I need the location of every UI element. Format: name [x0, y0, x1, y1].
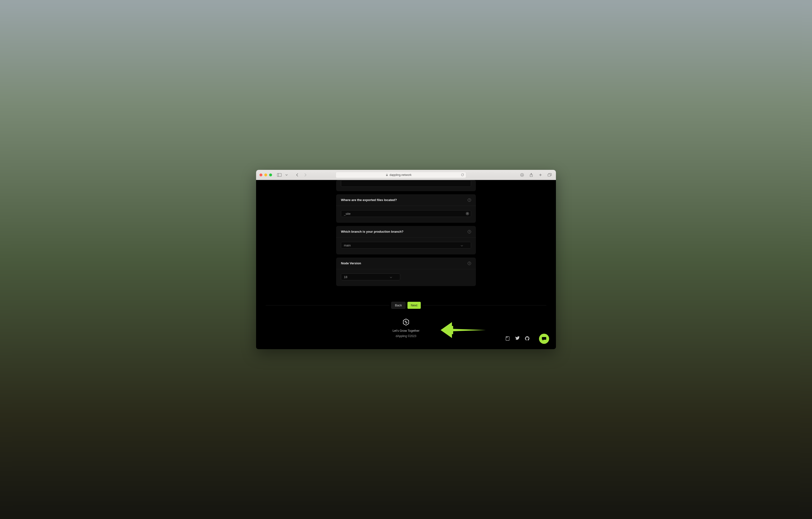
window-controls: [259, 174, 272, 176]
card-partial-top: [336, 180, 476, 191]
footer-copyright: dAppling ©2023: [396, 334, 416, 338]
card-header-exported: Where are the exported files located? ?: [336, 194, 476, 206]
card-title-branch: Which branch is your production branch?: [341, 230, 404, 234]
sidebar-toggle-icon[interactable]: [277, 172, 282, 178]
back-nav-button[interactable]: [294, 172, 300, 178]
next-button[interactable]: Next: [407, 302, 421, 309]
tabs-icon[interactable]: [547, 172, 553, 178]
card-exported-files: Where are the exported files located? ? …: [336, 194, 476, 223]
browser-chrome: dappling.network: [256, 170, 556, 180]
browser-window: dappling.network: [256, 170, 556, 349]
help-icon[interactable]: ?: [468, 262, 471, 265]
sidebar-controls: [277, 172, 289, 178]
branch-select[interactable]: main: [341, 242, 471, 249]
footer: Let's Grow Together dAppling ©2023: [256, 318, 556, 343]
card-production-branch: Which branch is your production branch? …: [336, 226, 476, 254]
card-body-branch: main: [336, 238, 476, 254]
card-header-branch: Which branch is your production branch? …: [336, 226, 476, 238]
svg-rect-6: [506, 337, 509, 340]
partial-input[interactable]: [341, 180, 471, 187]
chevron-down-icon[interactable]: [284, 172, 289, 178]
button-group: Back Next: [389, 302, 423, 309]
card-body-exported: ✕: [336, 206, 476, 223]
card-header-node: Node Version ?: [336, 257, 476, 269]
refresh-icon[interactable]: [461, 173, 464, 176]
minimize-window-button[interactable]: [264, 174, 267, 176]
docs-icon[interactable]: [505, 336, 510, 341]
back-button[interactable]: Back: [391, 302, 406, 309]
lock-icon: [386, 174, 388, 176]
exported-files-input[interactable]: [341, 210, 471, 217]
chevron-down-icon: [461, 244, 463, 247]
input-wrap-partial: [341, 180, 471, 187]
close-window-button[interactable]: [259, 174, 262, 176]
card-title-exported: Where are the exported files located?: [341, 198, 397, 202]
action-row: Back Next: [266, 302, 546, 309]
github-icon[interactable]: [525, 336, 529, 341]
footer-socials: [505, 336, 529, 341]
card-body-node: 18: [336, 269, 476, 286]
footer-tagline: Let's Grow Together: [393, 329, 419, 333]
card-title-node: Node Version: [341, 262, 361, 265]
branch-select-value: main: [344, 244, 351, 247]
forward-nav-button[interactable]: [302, 172, 308, 178]
chrome-right-controls: [519, 172, 553, 178]
node-version-select[interactable]: 18: [341, 274, 400, 280]
downloads-icon[interactable]: [519, 172, 525, 178]
input-wrap-exported: ✕: [341, 210, 471, 217]
form-area: Where are the exported files located? ? …: [336, 180, 476, 289]
nav-controls: [294, 172, 308, 178]
clear-input-icon[interactable]: ✕: [466, 212, 469, 215]
svg-rect-2: [386, 175, 388, 176]
chat-fab-button[interactable]: [539, 334, 549, 344]
card-node-version: Node Version ? 18: [336, 257, 476, 286]
share-icon[interactable]: [528, 172, 534, 178]
svg-rect-5: [548, 174, 550, 176]
chevron-down-icon: [390, 275, 392, 279]
url-text: dappling.network: [389, 173, 411, 177]
help-icon[interactable]: ?: [468, 230, 471, 234]
svg-rect-7: [506, 337, 507, 338]
page-content: Where are the exported files located? ? …: [256, 180, 556, 349]
dappling-logo-icon: [402, 318, 410, 326]
chat-icon: [542, 336, 547, 341]
help-icon[interactable]: ?: [468, 199, 471, 202]
svg-rect-0: [278, 173, 282, 176]
new-tab-icon[interactable]: [538, 172, 543, 178]
node-version-value: 18: [344, 275, 347, 279]
maximize-window-button[interactable]: [269, 174, 272, 176]
twitter-icon[interactable]: [515, 336, 520, 341]
address-bar[interactable]: dappling.network: [336, 172, 466, 178]
